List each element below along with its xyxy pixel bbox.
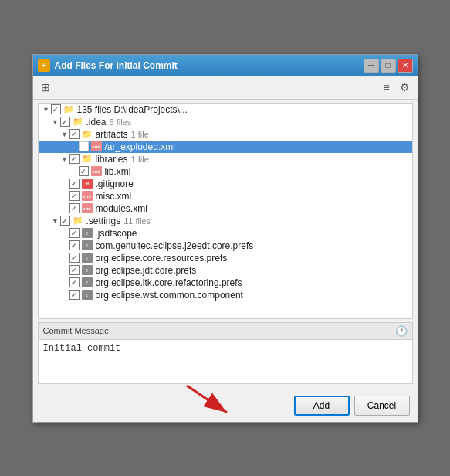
- jsdtscope-checkbox[interactable]: [69, 228, 80, 238]
- artifacts-count: 1 file: [131, 130, 149, 139]
- org-resources-icon: ≡: [81, 253, 93, 264]
- settings-count: 11 files: [123, 216, 151, 226]
- war-checkbox[interactable]: [79, 141, 89, 151]
- misc-xml-item[interactable]: xml misc.xml: [39, 190, 412, 202]
- window-icon: +: [38, 60, 50, 72]
- org-jdt-checkbox[interactable]: [69, 265, 80, 275]
- org-resources-label: org.eclipse.core.resources.prefs: [96, 253, 228, 264]
- org-resources-item[interactable]: ≡ org.eclipse.core.resources.prefs: [39, 252, 412, 264]
- commit-clock-icon: 🕐: [395, 325, 408, 337]
- title-bar: + Add Files For Initial Commit ─ □ ✕: [33, 55, 418, 76]
- file-tree[interactable]: ▼ 📁 135 files D:\IdeaProjects\... ▼ 📁 .i…: [38, 103, 413, 319]
- org-ltk-label: org.eclipse.ltk.core.refactoring.prefs: [96, 277, 242, 288]
- com-genuitec-label: com.genuitec.eclipse.j2eedt.core.prefs: [96, 240, 254, 251]
- lib-xml-item[interactable]: xml lib.xml: [39, 165, 412, 178]
- idea-folder-icon: 📁: [72, 117, 84, 128]
- gitignore-label: .gitignore: [96, 178, 134, 189]
- gitignore-icon: ⊕: [81, 178, 93, 189]
- com-genuitec-checkbox[interactable]: [69, 240, 80, 250]
- org-wst-checkbox[interactable]: [69, 290, 80, 300]
- commit-label-bar: Commit Message 🕐: [38, 322, 413, 339]
- modules-checkbox[interactable]: [69, 203, 80, 213]
- org-wst-label: org.eclipse.wst.common.component: [96, 290, 243, 301]
- misc-xml-icon: xml: [81, 191, 93, 202]
- artifacts-folder-icon: 📁: [81, 129, 93, 140]
- root-folder-icon: 📁: [63, 104, 75, 115]
- libraries-item[interactable]: ▼ 📁 libraries 1 file: [39, 153, 412, 165]
- artifacts-checkbox[interactable]: [69, 129, 80, 139]
- arrow-indicator: [179, 382, 241, 423]
- idea-checkbox[interactable]: [60, 117, 70, 127]
- libraries-count: 1 file: [131, 155, 149, 164]
- artifacts-expand-arrow[interactable]: ▼: [60, 131, 69, 138]
- root-checkbox[interactable]: [51, 104, 61, 114]
- options-icon[interactable]: ⚙: [398, 80, 413, 95]
- minimize-button[interactable]: ─: [364, 59, 379, 73]
- com-genuitec-item[interactable]: ≡ com.genuitec.eclipse.j2eedt.core.prefs: [39, 240, 412, 252]
- modules-label: modules.xml: [96, 203, 147, 214]
- add-button[interactable]: Add: [294, 396, 350, 416]
- libraries-expand-arrow[interactable]: ▼: [60, 155, 69, 163]
- misc-label: misc.xml: [96, 191, 132, 202]
- org-wst-icon: ≡: [81, 290, 93, 301]
- root-label: 135 files D:\IdeaProjects\...: [77, 104, 188, 115]
- title-bar-left: + Add Files For Initial Commit: [38, 60, 178, 72]
- gitignore-item[interactable]: ⊕ .gitignore: [39, 178, 412, 190]
- settings-checkbox[interactable]: [60, 216, 70, 226]
- libraries-label: libraries: [96, 154, 128, 165]
- commit-section: Commit Message 🕐 Initial commit: [38, 322, 413, 386]
- modules-xml-item[interactable]: xml modules.xml: [39, 202, 412, 215]
- root-expand-arrow[interactable]: ▼: [42, 106, 51, 114]
- settings-label: .settings: [86, 216, 121, 226]
- org-ltk-icon: ≡: [81, 277, 93, 288]
- org-jdt-item[interactable]: ≡ org.eclipse.jdt.core.prefs: [39, 264, 412, 277]
- modules-xml-icon: xml: [81, 203, 93, 214]
- idea-count: 5 files: [110, 117, 132, 127]
- idea-expand-arrow[interactable]: ▼: [51, 118, 60, 126]
- maximize-button[interactable]: □: [381, 59, 396, 73]
- filter-icon[interactable]: ≡: [379, 80, 394, 95]
- org-wst-item[interactable]: ≡ org.eclipse.wst.common.component: [39, 289, 412, 301]
- expand-tree-icon[interactable]: ⊞: [38, 80, 53, 95]
- war-exploded-item[interactable]: xml /ar_exploded.xml: [39, 141, 412, 153]
- org-ltk-checkbox[interactable]: [69, 277, 80, 287]
- settings-expand-arrow[interactable]: ▼: [51, 217, 60, 225]
- lib-label: lib.xml: [105, 166, 131, 177]
- lib-checkbox[interactable]: [79, 166, 89, 176]
- toolbar-right: ≡ ⚙: [379, 80, 413, 95]
- window-title: Add Files For Initial Commit: [55, 60, 178, 71]
- tree-root[interactable]: ▼ 📁 135 files D:\IdeaProjects\...: [39, 104, 412, 116]
- commit-message-label: Commit Message: [43, 326, 110, 335]
- button-bar: Add Cancel: [33, 389, 418, 422]
- jsdtscope-item[interactable]: ≡ .jsdtscope: [39, 227, 412, 240]
- lib-xml-icon: xml: [90, 166, 103, 177]
- gitignore-checkbox[interactable]: [69, 178, 80, 189]
- artifacts-item[interactable]: ▼ 📁 artifacts 1 file: [39, 128, 412, 141]
- artifacts-label: artifacts: [96, 129, 128, 140]
- misc-checkbox[interactable]: [69, 191, 80, 201]
- jsdtscope-label: .jsdtscope: [96, 228, 137, 239]
- jsdtscope-icon: ≡: [81, 228, 93, 239]
- dialog-window: + Add Files For Initial Commit ─ □ ✕ ⊞ ≡…: [32, 54, 418, 423]
- settings-item[interactable]: ▼ 📁 .settings 11 files: [39, 215, 412, 227]
- org-resources-checkbox[interactable]: [69, 253, 80, 263]
- toolbar-left: ⊞: [38, 80, 53, 95]
- settings-folder-icon: 📁: [72, 216, 84, 226]
- com-genuitec-icon: ≡: [81, 240, 93, 251]
- title-bar-controls: ─ □ ✕: [364, 59, 413, 73]
- war-xml-icon: xml: [90, 141, 103, 152]
- svg-line-1: [187, 386, 227, 413]
- libraries-folder-icon: 📁: [81, 154, 93, 165]
- org-jdt-icon: ≡: [81, 265, 93, 276]
- idea-item[interactable]: ▼ 📁 .idea 5 files: [39, 116, 412, 128]
- commit-message-input[interactable]: Initial commit: [38, 339, 413, 384]
- close-button[interactable]: ✕: [398, 59, 413, 73]
- libraries-checkbox[interactable]: [69, 154, 80, 164]
- toolbar: ⊞ ≡ ⚙: [33, 76, 418, 100]
- org-jdt-label: org.eclipse.jdt.core.prefs: [96, 265, 197, 276]
- cancel-button[interactable]: Cancel: [354, 396, 410, 416]
- idea-label: .idea: [86, 117, 107, 128]
- war-label: /ar_exploded.xml: [105, 141, 175, 152]
- org-ltk-item[interactable]: ≡ org.eclipse.ltk.core.refactoring.prefs: [39, 277, 412, 289]
